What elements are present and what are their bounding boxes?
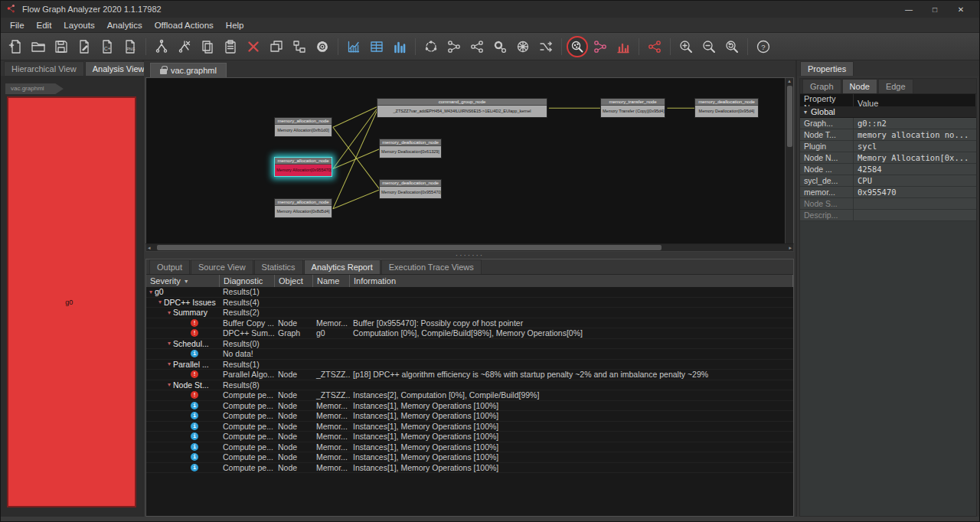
graph-node-alloc-a[interactable]: memory_allocation_nodeMemory Allocation[… [274,117,332,137]
zoom-fit-icon[interactable] [721,36,743,57]
report-row[interactable]: iCompute pe...NodeMemor...Instances[1], … [146,432,793,442]
menu-offload-actions[interactable]: Offload Actions [149,19,220,31]
property-row[interactable]: Node ...42584 [800,164,976,175]
tree-expander-icon[interactable]: ▾ [168,340,171,347]
new-graph-icon[interactable] [5,36,26,57]
concurrency-graph-icon[interactable] [644,36,665,57]
report-row[interactable]: iCompute pe...NodeMemor...Instances[1], … [146,452,793,463]
tree-layout-icon[interactable] [466,36,488,57]
tab-hierarchical-view[interactable]: Hierarchical View [4,61,84,76]
tab-vac-graphml[interactable]: vac.graphml [150,63,227,77]
column-header-name[interactable]: Name [313,275,350,287]
scroll-up-icon[interactable]: ▴ [788,78,791,84]
collapse-branch-icon[interactable] [174,36,195,57]
overlap-windows-icon[interactable] [266,36,287,57]
open-file-icon[interactable] [28,36,49,57]
report-row[interactable]: ▾DPC++ IssuesResults(4) [146,298,793,308]
help-icon[interactable]: ? [753,36,774,57]
canvas-vertical-scrollbar[interactable]: ▴ [785,78,793,243]
tree-expander-icon[interactable]: ▾ [168,309,171,316]
circular-layout-icon[interactable] [420,36,442,57]
close-button[interactable]: ✕ [948,1,974,18]
report-row[interactable]: ▾Schedul...Results(0) [146,339,793,350]
report-row[interactable]: ▾SummaryResults(2) [146,308,793,318]
tab-statistics[interactable]: Statistics [254,259,303,274]
minimize-button[interactable]: — [896,1,922,18]
tree-expander-icon[interactable]: ▾ [158,299,162,305]
graph-minimap[interactable]: g0 [7,96,136,507]
save-icon[interactable] [51,36,72,57]
report-row[interactable]: !Parallel Algo...Node_ZTSZZ...[p18] DPC+… [146,370,793,380]
shuffle-layout-icon[interactable] [535,36,557,57]
report-row[interactable]: !Compute pe...Node_ZTSZZ...Instances[2],… [146,390,793,401]
tab-node[interactable]: Node [842,79,877,93]
maximize-button[interactable]: □ [922,1,948,18]
report-row[interactable]: !Buffer Copy ...NodeMemor...Buffer [0x95… [146,318,793,329]
group-expander-icon[interactable]: ▾ [804,109,807,116]
report-row[interactable]: ▾Node St...Results(8) [146,380,793,391]
tab-analytics-report[interactable]: Analytics Report [304,259,381,274]
column-header-information[interactable]: Information [350,275,793,287]
menu-file[interactable]: File [4,19,31,31]
tab-graph[interactable]: Graph [802,79,841,93]
zoom-out-icon[interactable] [698,36,720,57]
column-header-object[interactable]: Object [275,275,313,287]
column-header-severity[interactable]: Severity▼ [146,275,220,287]
tab-output[interactable]: Output [149,259,190,274]
tab-properties[interactable]: Properties [800,61,854,76]
property-row[interactable]: sycl_de...CPU [800,175,976,187]
property-row[interactable]: Graph...g0::n2 [800,118,976,129]
spring-layout-icon[interactable] [443,36,465,57]
horizontal-scroll-thumb[interactable] [157,245,662,250]
menu-analytics[interactable]: Analytics [101,19,149,31]
report-row[interactable]: !DPC++ Sum...Graphg0Computation [0%], Co… [146,328,793,339]
graph-node-alloc-b[interactable]: memory_allocation_nodeMemory Allocation[… [274,157,332,177]
layout-settings-icon[interactable] [489,36,511,57]
report-row[interactable]: iNo data! [146,349,793,360]
settings-gear-icon[interactable] [312,36,333,57]
report-row[interactable]: iCompute pe...NodeMemor...Instances[1], … [146,411,793,422]
canvas-horizontal-scrollbar[interactable]: ◂ ▸ [145,243,794,252]
critical-path-icon[interactable] [567,36,588,57]
graph-node-dealloc-b[interactable]: memory_deallocation_nodeMemory Deallocat… [379,179,442,199]
report-row[interactable]: iCompute pe...NodeMemor...Instances[1], … [146,422,793,432]
report-row[interactable]: iCompute pe...NodeMemor...Instances[1], … [146,442,793,453]
report-row[interactable]: ▾Parallel ...Results(1) [146,360,793,370]
property-row[interactable]: Node S... [800,198,976,210]
graph-node-alloc-c[interactable]: memory_allocation_nodeMemory Allocation[… [274,198,332,218]
property-row[interactable]: memor...0x955470 [800,187,976,198]
export-cpp-icon[interactable]: C+ [96,36,118,57]
property-row[interactable]: Node N...Memory Allocation[0x... [800,152,976,164]
property-row[interactable]: Descrip... [800,210,976,221]
property-row[interactable]: Node T...memory_allocation_no... [800,129,976,141]
statistics-bars-icon[interactable] [389,36,410,57]
property-group-global[interactable]: ▾ Global [800,106,976,118]
menu-help[interactable]: Help [220,19,250,31]
copy-icon[interactable] [197,36,218,57]
graph-node-dealloc-a[interactable]: memory_deallocation_nodeMemory Deallocat… [379,139,442,158]
tab-edge[interactable]: Edge [878,79,913,93]
menu-layouts[interactable]: Layouts [57,19,100,31]
tab-analysis-view[interactable]: Analysis View [85,61,152,76]
zoom-in-icon[interactable] [675,36,697,57]
graph-node-command[interactable]: command_group_node_ZTSZZ7var_addEPH454_M… [377,98,547,118]
tree-expander-icon[interactable]: ▾ [149,289,152,295]
trace-chart-icon[interactable] [343,36,364,57]
tab-source-view[interactable]: Source View [191,259,253,274]
hotspots-bars-icon[interactable] [612,36,634,57]
data-table-icon[interactable] [366,36,387,57]
tree-expander-icon[interactable]: ▾ [168,361,171,367]
prune-branch-icon[interactable] [151,36,172,57]
panel-splitter[interactable]: ······· [144,252,795,259]
property-row[interactable]: Pluginsycl [800,141,976,152]
report-row[interactable]: iCompute pe...NodeMemor...Instances[1], … [146,401,793,412]
menu-edit[interactable]: Edit [31,19,58,31]
sort-filter-icon[interactable]: ▼ [184,279,189,284]
report-row[interactable]: ▾g0Results(1) [146,287,793,298]
column-header-diagnostic[interactable]: Diagnostic [220,275,275,287]
tab-execution-trace-views[interactable]: Execution Trace Views [381,259,482,274]
paste-icon[interactable] [220,36,241,57]
report-row[interactable]: iCompute pe...NodeMemor...Instances[1], … [146,463,793,474]
minimap-document-chip[interactable]: vac.graphml [5,83,64,94]
graph-canvas[interactable]: memory_allocation_nodeMemory Allocation[… [146,78,785,243]
